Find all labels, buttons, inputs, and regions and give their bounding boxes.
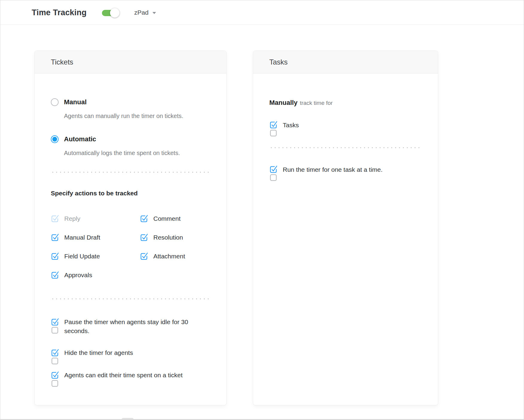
checkbox-label: Agents can edit their time spent on a ti…	[64, 371, 183, 380]
action-checkbox-row[interactable]: Resolution	[140, 234, 210, 241]
checkbox-icon[interactable]	[51, 234, 59, 242]
action-checkbox-row[interactable]: Comment	[140, 215, 210, 223]
heading-bold-text: Manually	[269, 99, 297, 106]
radio-button-icon[interactable]	[51, 135, 59, 143]
checkbox-label: Approvals	[64, 271, 92, 279]
tickets-card: Tickets Manual Agents can manually run t…	[34, 50, 227, 405]
tasks-track-group: Tasks	[269, 121, 422, 129]
tasks-options-group: Run the timer for one task at a time.	[269, 165, 422, 174]
checkbox-icon[interactable]	[51, 252, 59, 260]
product-dropdown[interactable]: zPad	[134, 0, 156, 25]
radio-description: Automatically logs the time spent on tic…	[64, 149, 180, 157]
checkbox-label: Attachment	[153, 252, 185, 260]
time-tracking-toggle[interactable]	[102, 10, 118, 16]
tickets-card-title: Tickets	[51, 58, 73, 66]
option-checkbox-row[interactable]: Run the timer for one task at a time.	[269, 165, 422, 174]
toggle-knob[interactable]	[110, 8, 120, 18]
action-checkbox-row[interactable]: Reply	[51, 215, 140, 223]
tracking-mode-radio-row[interactable]: Manual Agents can manually run the timer…	[51, 98, 210, 120]
checkbox-icon[interactable]	[140, 215, 148, 223]
checkbox-label: Resolution	[153, 234, 183, 241]
action-checkbox-row[interactable]: Field Update	[51, 252, 140, 260]
checkbox-icon[interactable]	[51, 349, 59, 357]
option-checkbox-row[interactable]: Hide the timer for agents	[51, 348, 210, 357]
dotted-divider	[51, 298, 209, 299]
product-dropdown-label: zPad	[134, 9, 149, 16]
checkbox-icon[interactable]	[51, 215, 59, 223]
heading-muted-text: track time for	[300, 100, 333, 106]
checkbox-icon[interactable]	[51, 271, 59, 279]
actions-checkbox-grid: Reply Comment	[51, 215, 210, 279]
ticket-options-group: Pause the timer when agents stay idle fo…	[51, 318, 210, 380]
checkbox-icon[interactable]	[51, 371, 59, 379]
page-bottom-border	[0, 419, 524, 420]
actions-heading: Specify actions to be tracked	[51, 189, 210, 197]
action-checkbox-row[interactable]: Attachment	[140, 252, 210, 260]
option-checkbox-row[interactable]: Pause the timer when agents stay idle fo…	[51, 318, 210, 335]
checkbox-label: Hide the timer for agents	[64, 348, 133, 357]
radio-label: Automatic	[64, 135, 180, 143]
checkbox-icon[interactable]	[140, 234, 148, 242]
checkbox-icon[interactable]	[269, 121, 277, 129]
radio-button-icon[interactable]	[51, 98, 59, 106]
tasks-card-header: Tasks	[253, 51, 438, 73]
page-title: Time Tracking	[32, 8, 87, 17]
checkbox-label: Comment	[153, 215, 181, 223]
chevron-down-icon	[152, 12, 156, 14]
task-checkbox-row[interactable]: Tasks	[269, 121, 422, 129]
checkbox-label: Pause the timer when agents stay idle fo…	[64, 318, 205, 335]
checkbox-label: Run the timer for one task at a time.	[283, 166, 383, 174]
dotted-divider	[269, 147, 422, 148]
action-checkbox-row[interactable]: Manual Draft	[51, 234, 140, 241]
manually-track-heading: Manuallytrack time for	[269, 99, 422, 107]
checkbox-icon[interactable]	[140, 252, 148, 260]
tracking-mode-radio-row[interactable]: Automatic Automatically logs the time sp…	[51, 135, 210, 157]
tickets-card-header: Tickets	[35, 51, 226, 73]
checkbox-icon[interactable]	[269, 165, 277, 174]
checkbox-label: Manual Draft	[64, 234, 100, 241]
radio-description: Agents can manually run the timer on tic…	[64, 112, 183, 120]
checkbox-label: Reply	[64, 215, 80, 223]
top-bar: Time Tracking zPad	[0, 0, 524, 25]
checkbox-label: Field Update	[64, 252, 100, 260]
option-checkbox-row[interactable]: Agents can edit their time spent on a ti…	[51, 371, 210, 380]
checkbox-icon[interactable]	[51, 318, 59, 326]
tasks-card-title: Tasks	[269, 58, 288, 66]
tasks-card: Tasks Manuallytrack time for	[253, 50, 438, 405]
action-checkbox-row[interactable]: Approvals	[51, 271, 140, 279]
radio-label: Manual	[64, 98, 183, 106]
checkbox-label: Tasks	[283, 121, 299, 129]
dotted-divider	[51, 172, 209, 173]
tracking-mode-group: Manual Agents can manually run the timer…	[51, 98, 210, 157]
